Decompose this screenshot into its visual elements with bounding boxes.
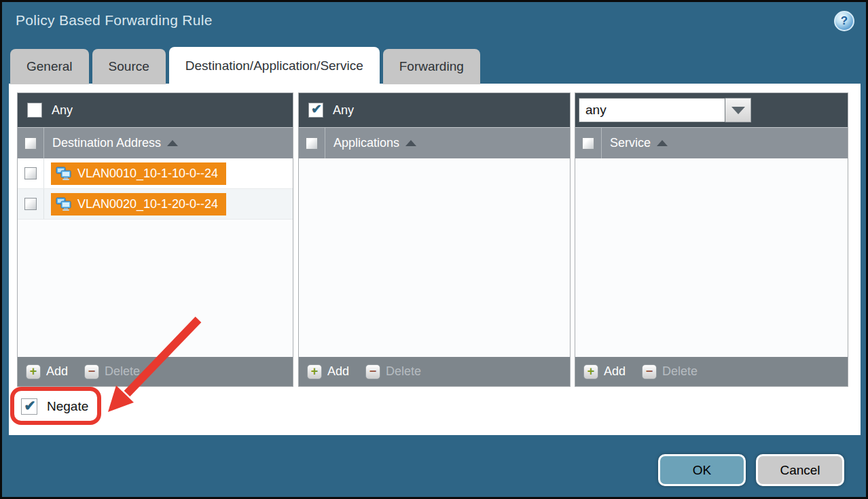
delete-button[interactable]: − Delete	[642, 364, 698, 379]
ok-button[interactable]: OK	[658, 454, 746, 486]
add-icon: +	[307, 364, 322, 379]
table-row[interactable]: VLAN0020_10-1-20-0--24	[18, 189, 293, 220]
tab-source[interactable]: Source	[92, 49, 166, 84]
sort-asc-icon	[657, 140, 668, 146]
add-button[interactable]: + Add	[583, 364, 626, 379]
applications-select-all-checkbox[interactable]	[306, 137, 318, 150]
destination-any-checkbox[interactable]	[27, 103, 42, 118]
destination-header-label[interactable]: Destination Address	[52, 128, 178, 158]
negate-label: Negate	[47, 399, 88, 414]
page-title: Policy Based Forwarding Rule	[16, 12, 213, 29]
negate-checkbox[interactable]: ✔	[21, 398, 37, 415]
tab-destination-application-service[interactable]: Destination/Application/Service	[169, 47, 380, 84]
add-button[interactable]: + Add	[26, 364, 68, 379]
service-header-label[interactable]: Service	[610, 128, 668, 158]
destination-any-label: Any	[52, 103, 73, 118]
destination-toolbar: + Add − Delete	[18, 357, 293, 386]
service-dropdown-value[interactable]: any	[579, 98, 725, 122]
service-header: Service	[575, 127, 848, 158]
sort-asc-icon	[167, 140, 178, 146]
delete-button[interactable]: − Delete	[365, 364, 421, 379]
tab-forwarding[interactable]: Forwarding	[383, 49, 480, 84]
service-any-bar: any	[575, 93, 848, 127]
delete-icon: −	[84, 364, 99, 379]
applications-any-checkbox[interactable]: ✔	[308, 103, 323, 118]
negate-group: ✔ Negate	[21, 398, 88, 415]
service-list	[575, 158, 848, 357]
applications-header: Applications	[299, 127, 570, 158]
chevron-down-icon	[731, 107, 745, 114]
add-icon: +	[26, 364, 41, 379]
destination-select-all-checkbox[interactable]	[24, 137, 37, 150]
delete-icon: −	[365, 364, 380, 379]
network-address-icon	[56, 197, 72, 211]
address-object-vlan0020[interactable]: VLAN0020_10-1-20-0--24	[51, 193, 226, 216]
checkmark-icon: ✔	[311, 103, 322, 116]
applications-header-label[interactable]: Applications	[333, 128, 416, 158]
destination-address-header: Destination Address	[18, 127, 293, 158]
sort-asc-icon	[405, 140, 416, 146]
tab-general[interactable]: General	[10, 49, 89, 84]
applications-list	[299, 158, 570, 357]
address-object-vlan0010[interactable]: VLAN0010_10-1-10-0--24	[51, 162, 226, 185]
applications-column: ✔ Any Applications + Add − Delete	[298, 92, 571, 387]
applications-toolbar: + Add − Delete	[299, 357, 570, 386]
destination-any-bar: Any	[18, 93, 293, 127]
help-icon[interactable]: ?	[834, 11, 854, 31]
add-button[interactable]: + Add	[307, 364, 349, 379]
service-select-all-checkbox[interactable]	[582, 137, 594, 150]
row-checkbox[interactable]	[24, 198, 37, 210]
applications-any-label: Any	[333, 103, 354, 118]
applications-any-bar: ✔ Any	[299, 93, 570, 127]
delete-icon: −	[642, 364, 657, 379]
delete-button[interactable]: − Delete	[84, 364, 140, 379]
tab-bar: General Source Destination/Application/S…	[10, 47, 480, 84]
destination-address-list: VLAN0010_10-1-10-0--24 VLAN0020_10-1-20-…	[18, 158, 293, 357]
row-checkbox[interactable]	[24, 167, 37, 179]
checkmark-icon: ✔	[24, 398, 36, 413]
service-column: any Service + Add − Delete	[575, 92, 848, 387]
cancel-button[interactable]: Cancel	[756, 454, 844, 486]
service-dropdown: any	[579, 98, 751, 122]
table-row[interactable]: VLAN0010_10-1-10-0--24	[18, 158, 293, 189]
service-toolbar: + Add − Delete	[575, 357, 848, 386]
destination-address-column: Any Destination Address VLAN0010_10-1-10…	[17, 92, 293, 387]
service-dropdown-button[interactable]	[725, 98, 751, 122]
add-icon: +	[583, 364, 598, 379]
network-address-icon	[56, 167, 72, 180]
